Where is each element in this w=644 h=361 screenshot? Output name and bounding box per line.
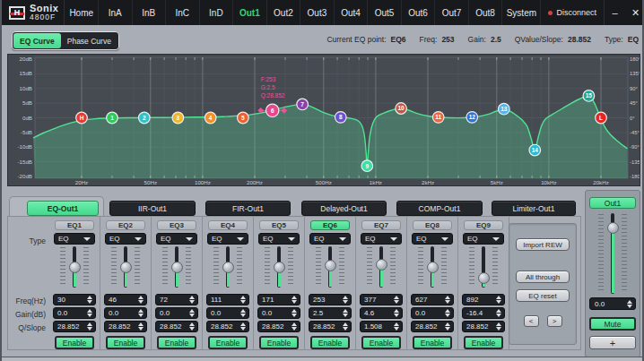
import-rew-button[interactable]: Import REW (516, 238, 570, 251)
tab-out5[interactable]: Out5 (368, 0, 402, 25)
prev-page-button[interactable]: < (524, 315, 539, 327)
gain-slider[interactable] (207, 245, 248, 288)
slider-knob[interactable] (427, 262, 439, 273)
connection-status[interactable]: Disconnect (541, 0, 605, 25)
type-dropdown[interactable]: EQ (309, 233, 351, 245)
close-button[interactable]: ✕ (625, 0, 644, 25)
tab-system[interactable]: System (502, 0, 541, 25)
slider-knob[interactable] (274, 262, 285, 273)
eq-strip-header[interactable]: EQ9 (464, 220, 503, 230)
q-input[interactable]: 28.852 (206, 321, 249, 332)
slider-knob[interactable] (376, 259, 387, 271)
freq-input[interactable]: 171 (257, 294, 300, 305)
spinner-down-icon[interactable] (138, 300, 144, 304)
spinner-up-icon[interactable] (394, 296, 399, 299)
spinner-up-icon[interactable] (445, 296, 450, 299)
spinner-down-icon[interactable] (343, 300, 348, 304)
gain-slider[interactable] (412, 245, 453, 288)
spinner-down-icon[interactable] (496, 314, 501, 317)
output-gain-fader[interactable] (589, 212, 636, 295)
gain-input[interactable]: 0.0 (411, 307, 454, 319)
tab-out4[interactable]: Out4 (335, 0, 369, 25)
freq-input[interactable]: 627 (411, 294, 454, 305)
eq-curve-button[interactable]: EQ Curve (13, 33, 61, 48)
spinner-up-icon[interactable] (496, 296, 501, 299)
eq-strip-header[interactable]: EQ5 (259, 220, 299, 230)
gain-slider[interactable] (258, 245, 300, 288)
spinner-down-icon[interactable] (87, 300, 92, 304)
tab-out2[interactable]: Out2 (267, 0, 301, 25)
eq-strip-header[interactable]: EQ7 (361, 220, 401, 230)
spinner-up-icon[interactable] (189, 296, 195, 299)
spinner-down-icon[interactable] (87, 327, 92, 331)
gain-input[interactable]: 4.6 (360, 307, 403, 319)
spinner-down-icon[interactable] (189, 327, 195, 331)
fader-knob[interactable] (607, 222, 619, 234)
spinner-up-icon[interactable] (292, 296, 297, 299)
tab-inb[interactable]: InB (133, 0, 167, 25)
phase-curve-button[interactable]: Phase Curve (61, 33, 117, 48)
spinner-up-icon[interactable] (189, 309, 195, 313)
spinner-down-icon[interactable] (394, 300, 399, 304)
gain-input[interactable]: -16.4 (462, 307, 505, 319)
spinner-down-icon[interactable] (445, 314, 450, 317)
freq-input[interactable]: 892 (462, 294, 505, 305)
q-input[interactable]: 28.852 (53, 321, 96, 332)
gain-slider[interactable] (361, 245, 402, 288)
minimize-button[interactable]: – (605, 0, 625, 25)
spinner-up-icon[interactable] (240, 309, 246, 313)
section-tab-delayed-out1[interactable]: Delayed-Out1 (301, 201, 387, 216)
spinner-down-icon[interactable] (343, 314, 348, 317)
spinner-down-icon[interactable] (189, 314, 195, 317)
enable-button[interactable]: Enable (413, 336, 452, 349)
eq-reset-button[interactable]: EQ reset (516, 289, 570, 302)
tab-out8[interactable]: Out8 (469, 0, 503, 25)
gain-slider[interactable] (309, 245, 351, 288)
section-tab-eq-out1[interactable]: EQ-Out1 (27, 201, 99, 216)
q-input[interactable]: 28.852 (411, 321, 454, 332)
spinner-down-icon[interactable] (292, 314, 297, 317)
spinner-down-icon[interactable] (627, 305, 632, 308)
slider-knob[interactable] (120, 262, 132, 273)
spinner-down-icon[interactable] (445, 300, 450, 304)
eq-strip-header[interactable]: EQ3 (157, 220, 196, 230)
tab-ina[interactable]: InA (99, 0, 133, 25)
spinner-down-icon[interactable] (343, 327, 348, 331)
type-dropdown[interactable]: EQ (207, 233, 248, 245)
spinner-down-icon[interactable] (87, 314, 92, 317)
tab-inc[interactable]: InC (166, 0, 200, 25)
tab-out6[interactable]: Out6 (402, 0, 436, 25)
spinner-up-icon[interactable] (138, 296, 144, 299)
slider-knob[interactable] (222, 262, 234, 273)
slider-knob[interactable] (171, 262, 183, 273)
type-dropdown[interactable]: EQ (361, 233, 402, 245)
freq-input[interactable]: 30 (53, 294, 96, 305)
eq-strip-header[interactable]: EQ8 (413, 220, 452, 230)
tab-home[interactable]: Home (65, 0, 99, 25)
next-page-button[interactable]: > (547, 315, 562, 327)
enable-button[interactable]: Enable (259, 336, 299, 349)
spinner-up-icon[interactable] (343, 309, 348, 313)
expand-button[interactable]: + (589, 336, 636, 349)
slider-knob[interactable] (325, 260, 336, 271)
spinner-down-icon[interactable] (394, 327, 399, 331)
gain-slider[interactable] (54, 245, 95, 288)
gain-input[interactable]: 0.0 (257, 307, 300, 319)
spinner-up-icon[interactable] (87, 296, 92, 299)
spinner-up-icon[interactable] (87, 309, 92, 313)
q-input[interactable]: 28.852 (309, 321, 352, 332)
out1-button[interactable]: Out1 (589, 197, 636, 209)
spinner-up-icon[interactable] (496, 322, 501, 326)
enable-button[interactable]: Enable (361, 336, 401, 349)
tab-out3[interactable]: Out3 (300, 0, 335, 25)
spinner-up-icon[interactable] (445, 322, 450, 326)
spinner-up-icon[interactable] (240, 322, 246, 326)
gain-input[interactable]: 0.0 (206, 307, 249, 319)
gain-input[interactable]: 0.0 (104, 307, 147, 319)
section-tab-limiter-out1[interactable]: Limiter-Out1 (492, 201, 576, 216)
spinner-up-icon[interactable] (292, 309, 297, 313)
q-input[interactable]: 28.852 (462, 321, 505, 332)
gain-input[interactable]: 0.0 (155, 307, 198, 319)
q-input[interactable]: 28.852 (257, 321, 300, 332)
spinner-up-icon[interactable] (394, 309, 399, 313)
